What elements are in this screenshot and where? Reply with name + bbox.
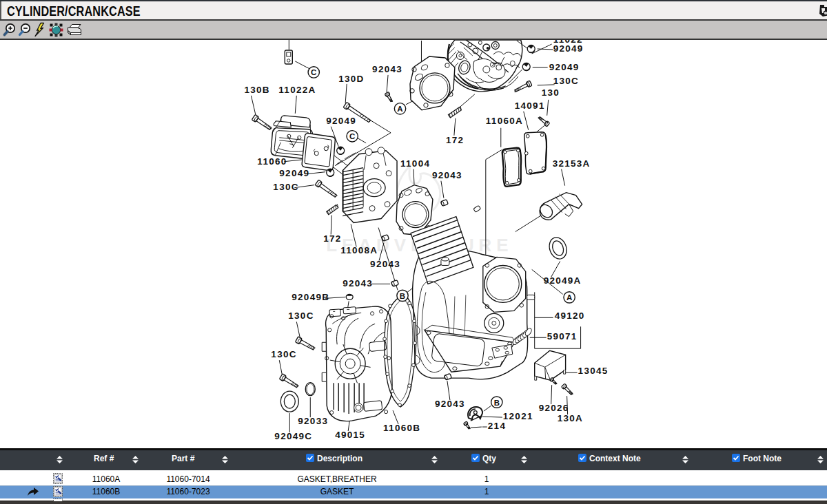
svg-text:92043: 92043	[370, 259, 400, 269]
svg-text:A: A	[397, 105, 402, 113]
svg-text:12021: 12021	[503, 411, 533, 421]
svg-text:92049: 92049	[553, 43, 584, 54]
svg-text:B: B	[494, 399, 500, 407]
svg-text:130C: 130C	[553, 76, 579, 86]
svg-text:B: B	[400, 292, 405, 300]
svg-text:92049A: 92049A	[544, 275, 582, 286]
svg-text:130D: 130D	[338, 74, 364, 84]
svg-text:92049B: 92049B	[292, 292, 329, 302]
svg-text:214: 214	[488, 421, 506, 431]
svg-text:11008A: 11008A	[340, 245, 378, 255]
svg-text:32153A: 32153A	[553, 158, 591, 169]
svg-text:C: C	[311, 68, 316, 76]
svg-text:A: A	[566, 293, 572, 302]
svg-text:92033: 92033	[298, 416, 328, 426]
svg-text:C: C	[349, 132, 355, 140]
svg-text:49015: 49015	[335, 430, 365, 440]
svg-text:11022A: 11022A	[278, 85, 316, 95]
svg-text:92049: 92049	[326, 116, 356, 126]
svg-text:92049C: 92049C	[274, 431, 312, 441]
svg-text:92026: 92026	[539, 403, 569, 413]
svg-text:130C: 130C	[288, 311, 314, 321]
svg-text:130C: 130C	[273, 182, 298, 192]
svg-text:14091: 14091	[515, 101, 545, 111]
svg-text:92043: 92043	[435, 399, 465, 409]
svg-text:92043: 92043	[432, 170, 462, 180]
svg-text:130: 130	[542, 87, 560, 98]
svg-text:130B: 130B	[244, 85, 269, 95]
svg-text:172: 172	[323, 233, 341, 244]
svg-text:11060A: 11060A	[486, 116, 523, 126]
svg-text:13045: 13045	[578, 366, 609, 376]
svg-text:11004: 11004	[400, 158, 430, 169]
svg-text:11060: 11060	[257, 156, 287, 167]
svg-text:172: 172	[446, 135, 464, 145]
svg-text:92043: 92043	[343, 278, 373, 288]
svg-text:49120: 49120	[555, 311, 585, 321]
svg-text:92049: 92049	[549, 62, 580, 72]
svg-text:130A: 130A	[558, 413, 583, 423]
svg-text:92043: 92043	[372, 64, 402, 74]
svg-text:11060B: 11060B	[383, 423, 420, 433]
svg-text:92049: 92049	[279, 168, 309, 178]
svg-text:59071: 59071	[547, 331, 578, 342]
svg-text:130C: 130C	[271, 349, 296, 359]
